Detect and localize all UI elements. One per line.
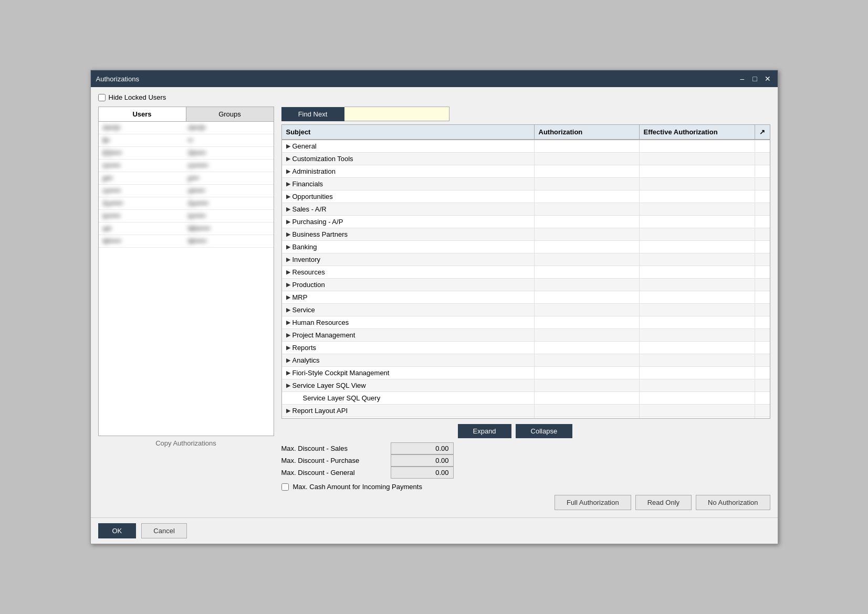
auth-authorization-cell bbox=[535, 291, 640, 303]
table-row[interactable]: ▶Service bbox=[282, 304, 770, 316]
list-item[interactable]: Su•••••Su••••• bbox=[99, 197, 274, 210]
auth-expand-cell bbox=[755, 228, 770, 240]
minimize-button[interactable]: – bbox=[738, 74, 747, 83]
auth-subject-cell: ▶Human Resources bbox=[282, 316, 535, 329]
auth-expand-cell bbox=[755, 329, 770, 341]
discount-input[interactable] bbox=[391, 454, 454, 467]
table-row[interactable]: ▶Analytics bbox=[282, 354, 770, 367]
table-row[interactable]: ▶Resources bbox=[282, 266, 770, 279]
tab-bar: Users Groups bbox=[98, 107, 274, 121]
auth-subject-cell: ▶Project Management bbox=[282, 329, 535, 341]
auth-authorization-cell bbox=[535, 316, 640, 329]
header-effective-authorization: Effective Authorization bbox=[640, 125, 755, 139]
table-row[interactable]: ▶Banking bbox=[282, 241, 770, 253]
user-col2: m•••••• bbox=[188, 162, 269, 170]
auth-effective-cell bbox=[640, 417, 755, 418]
auth-effective-cell bbox=[640, 228, 755, 240]
find-input[interactable] bbox=[344, 107, 449, 121]
table-row[interactable]: ▶Administration bbox=[282, 165, 770, 178]
collapse-button[interactable]: Collapse bbox=[516, 424, 573, 438]
discount-input[interactable] bbox=[391, 467, 454, 479]
auth-expand-cell bbox=[755, 216, 770, 228]
auth-effective-cell bbox=[640, 405, 755, 417]
user-col1: W••••• bbox=[103, 237, 184, 245]
table-row[interactable]: Service Layer SQL Query bbox=[282, 392, 770, 405]
table-row[interactable]: ▶Human Resources bbox=[282, 316, 770, 329]
auth-full-button[interactable]: Full Authorization bbox=[555, 495, 631, 510]
maximize-button[interactable]: □ bbox=[750, 74, 760, 83]
list-item[interactable]: B••• bbox=[99, 134, 274, 147]
auth-subject-cell: ▶Service bbox=[282, 304, 535, 316]
left-panel: Users Groups Al••S•Al••S•B•••ED••••Sh•••… bbox=[98, 107, 274, 510]
list-item[interactable]: wi•Wh••••• bbox=[99, 223, 274, 235]
user-col1: pi•• bbox=[103, 174, 184, 182]
discount-row: Max. Discount - General bbox=[281, 467, 770, 479]
auth-table-body: ▶General▶Customization Tools▶Administrat… bbox=[282, 140, 770, 418]
hide-locked-checkbox[interactable] bbox=[98, 94, 106, 101]
table-row[interactable]: ▶Sales - A/R bbox=[282, 203, 770, 216]
table-row[interactable]: ▶Inventory bbox=[282, 253, 770, 266]
table-row[interactable]: ▶MRP bbox=[282, 291, 770, 304]
auth-subject-cell: ▶Administration bbox=[282, 165, 535, 177]
list-item[interactable]: m•••••m•••••• bbox=[99, 160, 274, 172]
auth-effective-cell bbox=[640, 203, 755, 215]
tab-users[interactable]: Users bbox=[99, 107, 186, 121]
table-row[interactable]: ▶Reports bbox=[282, 342, 770, 354]
auth-effective-cell bbox=[640, 379, 755, 391]
discount-row: Max. Discount - Purchase bbox=[281, 454, 770, 467]
table-row[interactable]: ▶Production bbox=[282, 279, 770, 291]
auth-subject-cell: ▶User Authorization bbox=[282, 417, 535, 418]
table-row[interactable]: ▶Project Management bbox=[282, 329, 770, 342]
auth-expand-cell bbox=[755, 405, 770, 417]
user-col2: •• bbox=[188, 136, 269, 144]
user-list[interactable]: Al••S•Al••S•B•••ED••••Sh••••m•••••m•••••… bbox=[98, 121, 274, 436]
table-row[interactable]: ▶Purchasing - A/P bbox=[282, 216, 770, 228]
list-item[interactable]: pi••p••• bbox=[99, 172, 274, 185]
table-row[interactable]: ▶Business Partners bbox=[282, 228, 770, 241]
list-item[interactable]: ro•••••sl••••• bbox=[99, 185, 274, 197]
ok-button[interactable]: OK bbox=[98, 523, 137, 538]
auth-readonly-button[interactable]: Read Only bbox=[635, 495, 692, 510]
expand-button[interactable]: Expand bbox=[458, 424, 511, 438]
discount-input[interactable] bbox=[391, 442, 454, 454]
close-button[interactable]: ✕ bbox=[763, 74, 772, 83]
list-item[interactable]: ED••••Sh•••• bbox=[99, 147, 274, 160]
auth-authorization-cell bbox=[535, 405, 640, 417]
copy-authorizations-button[interactable]: Copy Authorizations bbox=[155, 439, 216, 447]
table-row[interactable]: ▶General bbox=[282, 140, 770, 153]
table-row[interactable]: ▶User Authorization bbox=[282, 417, 770, 418]
bottom-controls: Expand Collapse Max. Discount - SalesMax… bbox=[281, 424, 770, 510]
table-row[interactable]: ▶Service Layer SQL View bbox=[282, 379, 770, 392]
auth-authorization-cell bbox=[535, 392, 640, 404]
discount-row: Max. Discount - Sales bbox=[281, 442, 770, 454]
table-row[interactable]: ▶Opportunities bbox=[282, 190, 770, 203]
auth-none-button[interactable]: No Authorization bbox=[696, 495, 770, 510]
auth-authorization-cell bbox=[535, 253, 640, 266]
auth-effective-cell bbox=[640, 165, 755, 177]
list-item[interactable]: W•••••W••••• bbox=[99, 235, 274, 248]
tab-groups[interactable]: Groups bbox=[186, 107, 274, 121]
auth-authorization-cell bbox=[535, 266, 640, 278]
table-row[interactable]: ▶Fiori-Style Cockpit Management bbox=[282, 367, 770, 379]
auth-authorization-cell bbox=[535, 190, 640, 203]
auth-authorization-cell bbox=[535, 354, 640, 366]
table-row[interactable]: ▶Customization Tools bbox=[282, 153, 770, 165]
auth-subject-cell: ▶Purchasing - A/P bbox=[282, 216, 535, 228]
user-col1: B• bbox=[103, 136, 184, 144]
list-item[interactable]: Al••S•Al••S• bbox=[99, 122, 274, 134]
auth-effective-cell bbox=[640, 342, 755, 354]
table-row[interactable]: ▶Financials bbox=[282, 178, 770, 190]
auth-expand-cell bbox=[755, 203, 770, 215]
auth-subject-cell: ▶Inventory bbox=[282, 253, 535, 266]
table-row[interactable]: ▶Report Layout API bbox=[282, 405, 770, 417]
auth-expand-cell bbox=[755, 291, 770, 303]
user-col2: Sh•••• bbox=[188, 149, 269, 157]
list-item[interactable]: to•••••to••••• bbox=[99, 210, 274, 223]
cancel-button[interactable]: Cancel bbox=[141, 523, 186, 538]
auth-effective-cell bbox=[640, 367, 755, 379]
auth-effective-cell bbox=[640, 178, 755, 190]
auth-subject-cell: ▶Banking bbox=[282, 241, 535, 253]
header-expand-icon: ↗ bbox=[755, 125, 770, 139]
cash-amount-checkbox[interactable] bbox=[281, 483, 289, 491]
find-next-button[interactable]: Find Next bbox=[281, 107, 344, 121]
